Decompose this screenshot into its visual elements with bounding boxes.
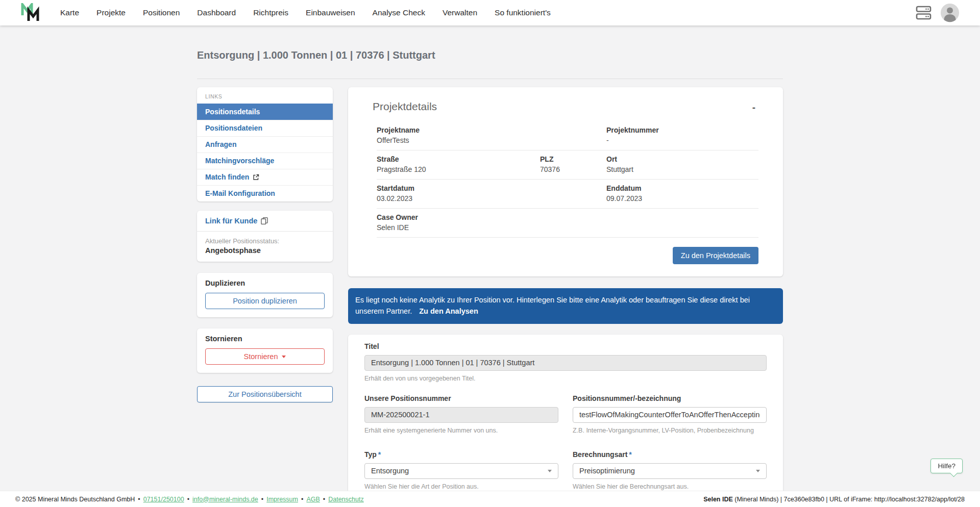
separator: • bbox=[323, 496, 325, 503]
titel-helper: Erhält den von uns vorgegebenen Titel. bbox=[364, 375, 767, 382]
footer-user-details: (Mineral Minds) | 7ce360e83fb0 | URL of … bbox=[733, 496, 965, 503]
caret-down-icon bbox=[282, 356, 286, 358]
footer-link-phone[interactable]: 07151/250100 bbox=[143, 496, 184, 503]
field-label: Enddatum bbox=[606, 184, 758, 192]
nav-karte[interactable]: Karte bbox=[60, 8, 79, 17]
berechnungsart-helper: Wählen Sie hier die Berechnungsart aus. bbox=[573, 483, 767, 490]
nav-positionen[interactable]: Positionen bbox=[143, 8, 180, 17]
unsere-positionsnummer-helper: Erhält eine systemgenerierte Nummer von … bbox=[364, 427, 558, 434]
unsere-positionsnummer-field: Unsere Positionsnummer Erhält eine syste… bbox=[364, 394, 558, 434]
required-asterisk: * bbox=[629, 450, 631, 459]
nav-richtpreis[interactable]: Richtpreis bbox=[253, 8, 288, 17]
cancel-card: Stornieren Stornieren bbox=[197, 328, 333, 373]
field-plz: PLZ 70376 bbox=[540, 155, 606, 173]
typ-label: Typ* bbox=[364, 450, 558, 459]
status-value: Angebotsphase bbox=[205, 246, 325, 255]
links-header: LINKS bbox=[197, 87, 333, 104]
copyright: © 2025 Mineral Minds Deutschland GmbH bbox=[15, 496, 135, 503]
nav-menu: Karte Projekte Positionen Dashboard Rich… bbox=[60, 8, 551, 17]
field-label: Straße bbox=[377, 155, 540, 163]
berechnungsart-label: Berechnungsart* bbox=[573, 450, 767, 459]
position-duplizieren-button[interactable]: Position duplizieren bbox=[205, 293, 325, 309]
zu-den-projektdetails-button[interactable]: Zu den Projektdetails bbox=[673, 247, 758, 264]
field-value: - bbox=[606, 136, 758, 144]
separator: • bbox=[187, 496, 189, 503]
sidebar-item-positionsdateien[interactable]: Positionsdateien bbox=[197, 120, 333, 136]
navbar-actions bbox=[916, 3, 960, 22]
positionsnummer-input[interactable] bbox=[573, 407, 767, 423]
separator: • bbox=[138, 496, 140, 503]
nav-so-funktionierts[interactable]: So funktioniert's bbox=[495, 8, 551, 17]
field-label: Projektname bbox=[377, 126, 606, 134]
link-fuer-kunde[interactable]: Link für Kunde bbox=[197, 211, 333, 232]
position-form-card: Titel Erhält den von uns vorgegebenen Ti… bbox=[348, 335, 783, 507]
field-label: Ort bbox=[606, 155, 758, 163]
unsere-positionsnummer-label: Unsere Positionsnummer bbox=[364, 394, 558, 402]
titel-field: Titel Erhält den von uns vorgegebenen Ti… bbox=[364, 342, 767, 382]
hilfe-button[interactable]: Hilfe? bbox=[930, 459, 963, 473]
footer: © 2025 Mineral Minds Deutschland GmbH • … bbox=[0, 491, 980, 507]
typ-select[interactable]: Entsorgung bbox=[364, 463, 558, 479]
main-column: Projektdetails - Projektname OfferTests … bbox=[348, 87, 783, 507]
nav-analyse-check[interactable]: Analyse Check bbox=[373, 8, 425, 17]
field-label: Case Owner bbox=[377, 213, 758, 221]
sidebar-item-match-finden[interactable]: Match finden bbox=[197, 169, 333, 185]
sidebar-item-label: Match finden bbox=[205, 173, 249, 181]
titel-input bbox=[364, 355, 767, 371]
field-label: Projektnummer bbox=[606, 126, 758, 134]
field-projektnummer: Projektnummer - bbox=[606, 126, 758, 144]
logo[interactable] bbox=[20, 3, 41, 22]
field-value: Selen IDE bbox=[377, 223, 758, 232]
berechnungsart-field: Berechnungsart* Preisoptimierung Wählen … bbox=[573, 450, 767, 490]
nav-verwalten[interactable]: Verwalten bbox=[443, 8, 477, 17]
links-card: LINKS Positionsdetails Positionsdateien … bbox=[197, 87, 333, 201]
typ-label-text: Typ bbox=[364, 450, 377, 459]
required-asterisk: * bbox=[378, 450, 381, 459]
top-navbar: Karte Projekte Positionen Dashboard Rich… bbox=[0, 0, 980, 26]
projektdetails-title: Projektdetails bbox=[373, 100, 437, 113]
footer-link-impressum[interactable]: Impressum bbox=[266, 496, 298, 503]
footer-link-agb[interactable]: AGB bbox=[306, 496, 320, 503]
position-status: Aktueller Positionsstatus: Angebotsphase bbox=[197, 232, 333, 262]
field-value: OfferTests bbox=[377, 136, 606, 144]
sidebar: LINKS Positionsdetails Positionsdateien … bbox=[197, 87, 333, 402]
titel-label: Titel bbox=[364, 342, 767, 350]
sidebar-item-matchingvorschlaege[interactable]: Matchingvorschläge bbox=[197, 153, 333, 169]
footer-link-datenschutz[interactable]: Datenschutz bbox=[328, 496, 363, 503]
cancel-title: Stornieren bbox=[205, 335, 325, 343]
avatar[interactable] bbox=[940, 3, 960, 22]
footer-user-info: Selen IDE (Mineral Minds) | 7ce360e83fb0… bbox=[703, 496, 965, 503]
zu-den-analysen-link[interactable]: Zu den Analysen bbox=[419, 307, 478, 315]
nav-dashboard[interactable]: Dashboard bbox=[197, 8, 236, 17]
field-enddatum: Enddatum 09.07.2023 bbox=[606, 184, 758, 202]
chevron-down-icon bbox=[548, 470, 552, 472]
sidebar-item-positionsdetails[interactable]: Positionsdetails bbox=[197, 104, 333, 120]
server-stack-icon[interactable] bbox=[916, 5, 932, 20]
field-value: 70376 bbox=[540, 165, 606, 173]
stornieren-button[interactable]: Stornieren bbox=[205, 348, 325, 365]
external-link-icon bbox=[253, 174, 259, 181]
footer-link-email[interactable]: info@mineral-minds.de bbox=[192, 496, 258, 503]
field-label: Startdatum bbox=[377, 184, 606, 192]
field-value: 03.02.2023 bbox=[377, 194, 606, 202]
berechnungsart-select[interactable]: Preisoptimierung bbox=[573, 463, 767, 479]
collapse-icon[interactable]: - bbox=[749, 100, 758, 114]
zur-positionsuebersicht-button[interactable]: Zur Positionsübersicht bbox=[197, 386, 333, 402]
positionsnummer-label: Positionsnummer/-bezeichnung bbox=[573, 394, 767, 402]
sidebar-item-email-konfiguration[interactable]: E-Mail Konfiguration bbox=[197, 185, 333, 201]
separator: • bbox=[301, 496, 303, 503]
field-startdatum: Startdatum 03.02.2023 bbox=[377, 184, 606, 202]
banner-text: Es liegt noch keine Analytik zu Ihrer Po… bbox=[355, 296, 750, 315]
duplicate-title: Duplizieren bbox=[205, 279, 325, 287]
field-value: Pragstraße 120 bbox=[377, 165, 540, 173]
nav-einbauweisen[interactable]: Einbauweisen bbox=[306, 8, 355, 17]
customer-link-card: Link für Kunde Aktueller Positionsstatus… bbox=[197, 211, 333, 262]
field-value: 09.07.2023 bbox=[606, 194, 758, 202]
project-fields: Projektname OfferTests Projektnummer - S… bbox=[373, 121, 758, 238]
typ-helper: Wählen Sie hier die Art der Position aus… bbox=[364, 483, 558, 490]
chevron-down-icon bbox=[756, 470, 760, 472]
field-case-owner: Case Owner Selen IDE bbox=[377, 213, 758, 232]
unsere-positionsnummer-input bbox=[364, 407, 558, 423]
sidebar-item-anfragen[interactable]: Anfragen bbox=[197, 136, 333, 153]
nav-projekte[interactable]: Projekte bbox=[96, 8, 126, 17]
